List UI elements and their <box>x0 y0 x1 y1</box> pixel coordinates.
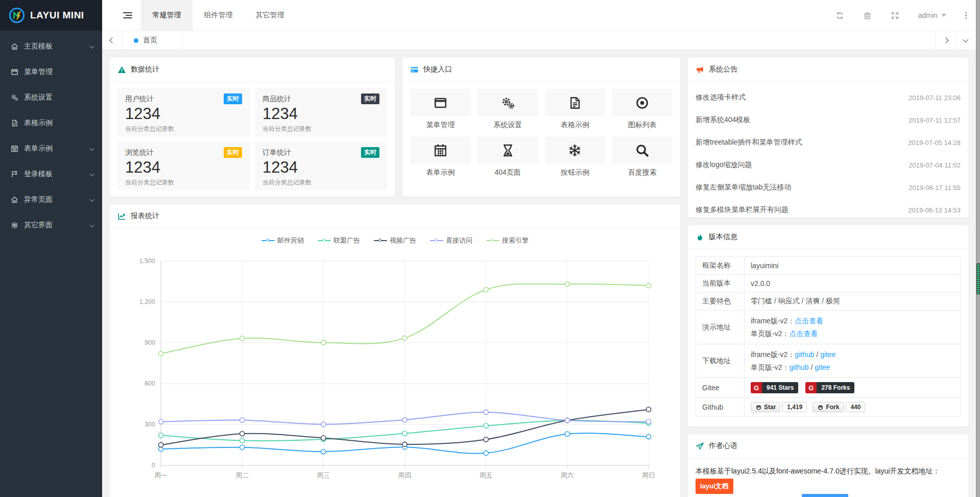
fire-icon <box>696 233 704 242</box>
data-point <box>646 434 651 439</box>
qq-group-badge[interactable]: 加入QQ群 <box>802 494 848 497</box>
link-prefix: iframe版-v2： <box>751 317 795 325</box>
github-star-button[interactable]: Star <box>751 402 780 412</box>
hourglass-icon <box>500 143 515 158</box>
link-prefix: iframe版-v2： <box>751 350 795 359</box>
page-scrollbar[interactable] <box>976 0 980 497</box>
quick-entry-1[interactable]: 系统设置 <box>477 89 538 130</box>
data-point <box>646 419 651 424</box>
logo-icon <box>8 7 26 24</box>
github-icon <box>755 404 762 411</box>
author-message-card: 作者心语 本模板基于layui2.5.4以及font-awesome-4.7.0… <box>688 434 968 497</box>
data-point <box>402 442 407 446</box>
stat-name: 商品统计 <box>262 94 291 104</box>
version-label: 演示地址 <box>696 311 745 344</box>
data-point <box>402 417 407 422</box>
quick-entry-5[interactable]: 404页面 <box>477 136 538 177</box>
announcement-item-2[interactable]: 新增treetable插件和菜单管理样式2019-07-05 14:28 <box>696 131 961 154</box>
stat-name: 浏览统计 <box>125 148 154 157</box>
announcement-item-3[interactable]: 修改logo缩放问题2019-07-04 11:02 <box>696 154 961 176</box>
announcement-item-5[interactable]: 修复多模块菜单栏展开有问题2019-06-13 14:53 <box>696 199 961 218</box>
quick-entry-2[interactable]: 表格示例 <box>545 89 606 130</box>
logo[interactable]: LAYUI MINI <box>0 0 102 31</box>
user-dropdown[interactable]: admin <box>918 11 946 19</box>
sidebar-item-0[interactable]: 主页模板 <box>0 34 102 59</box>
gitee-badge[interactable]: G941 Stars <box>751 382 798 393</box>
github-star-count[interactable]: 1,419 <box>782 402 807 412</box>
stat-box-1[interactable]: 商品统计实时1234当前分类总记录数 <box>255 88 387 136</box>
data-point <box>240 432 245 436</box>
version-row-2: 主要特色零门槛 / 响应式 / 清爽 / 极简 <box>696 293 961 311</box>
svg-text:0: 0 <box>152 462 155 469</box>
stat-box-0[interactable]: 用户统计实时1234当前分类总记录数 <box>117 88 250 136</box>
stat-box-2[interactable]: 浏览统计实时1234当前分类总记录数 <box>117 141 250 190</box>
stat-box-3[interactable]: 订单统计实时1234当前分类总记录数 <box>255 141 387 190</box>
legend-item-0[interactable]: 邮件营销 <box>261 236 304 245</box>
sidebar-item-7[interactable]: 其它界面 <box>0 212 102 238</box>
more-menu-icon[interactable] <box>965 12 967 19</box>
quick-entry-0[interactable]: 菜单管理 <box>410 89 471 130</box>
tab-operations-button[interactable] <box>955 31 976 50</box>
quick-entry-3[interactable]: 图标列表 <box>612 89 673 130</box>
github-fork-count[interactable]: 440 <box>846 402 865 412</box>
quick-entry-7[interactable]: 百度搜索 <box>612 136 673 177</box>
data-point <box>158 433 163 438</box>
link-gitee[interactable]: gitee <box>815 363 830 371</box>
link-gitee[interactable]: gitee <box>820 350 835 359</box>
svg-text:300: 300 <box>145 421 155 428</box>
refresh-icon[interactable] <box>835 11 844 20</box>
sidebar-item-label: 菜单管理 <box>24 67 93 77</box>
chevron-right-icon <box>943 37 948 43</box>
legend-item-3[interactable]: 直接访问 <box>430 236 472 245</box>
quick-entry-6[interactable]: 按钮示例 <box>545 136 606 177</box>
announcement-item-1[interactable]: 新增系统404模板2019-07-11 12:57 <box>696 109 961 131</box>
link-github[interactable]: github <box>789 363 808 371</box>
gitee-badge[interactable]: G278 Forks <box>805 382 854 393</box>
tab-bar: 首页 <box>102 31 976 50</box>
sidebar-item-3[interactable]: 表格示例 <box>0 110 102 136</box>
legend-marker <box>318 238 331 243</box>
legend-item-2[interactable]: 视频广告 <box>374 236 416 245</box>
announcement-date: 2019-06-17 11:55 <box>909 184 961 192</box>
window-icon <box>10 68 19 76</box>
tab-scroll-right-button[interactable] <box>935 31 955 50</box>
sidebar-item-5[interactable]: 登录模板 <box>0 161 102 187</box>
header-nav-tab-2[interactable]: 其它管理 <box>244 0 296 31</box>
announcement-text: 修改logo缩放问题 <box>696 160 752 170</box>
sidebar-toggle-button[interactable] <box>114 0 141 31</box>
legend-item-4[interactable]: 搜索引擎 <box>486 236 529 245</box>
legend-label: 视频广告 <box>390 236 416 245</box>
chevron-down-icon <box>89 222 94 227</box>
chevron-down-icon <box>962 37 968 42</box>
stat-description: 当前分类总记录数 <box>262 178 379 187</box>
link-github[interactable]: github <box>795 350 814 359</box>
home-icon <box>10 196 19 204</box>
warning-icon <box>117 65 126 74</box>
link-点击查看[interactable]: 点击查看 <box>795 317 823 325</box>
announcement-item-4[interactable]: 修复左侧菜单缩放tab无法移动2019-06-17 11:55 <box>696 176 961 199</box>
calendar-icon <box>10 145 19 153</box>
status-badge: 实时 <box>361 93 379 104</box>
sidebar: LAYUI MINI 主页模板菜单管理系统设置表格示例表单示例登录模板异常页面其… <box>0 0 102 497</box>
sidebar-item-2[interactable]: 系统设置 <box>0 85 102 110</box>
quick-entry-4[interactable]: 表单示例 <box>410 136 471 177</box>
sidebar-item-6[interactable]: 异常页面 <box>0 187 102 212</box>
open-tab-0[interactable]: 首页 <box>123 31 183 50</box>
scrollbar-thumb[interactable] <box>976 263 980 295</box>
sidebar-item-4[interactable]: 表单示例 <box>0 136 102 161</box>
header-nav-tab-1[interactable]: 组件管理 <box>193 0 244 31</box>
announcement-item-0[interactable]: 修改选项卡样式2019-07-11 23:06 <box>696 86 961 109</box>
announcement-text: 修改选项卡样式 <box>696 93 746 102</box>
link-点击查看[interactable]: 点击查看 <box>789 329 818 338</box>
header-nav-tab-0[interactable]: 常规管理 <box>141 0 193 31</box>
github-fork-button[interactable]: Fork <box>812 402 844 412</box>
svg-text:周五: 周五 <box>480 471 493 479</box>
announcement-text: 新增treetable插件和菜单管理样式 <box>696 138 802 147</box>
author-text-line1: 本模板基于layui2.5.4以及font-awesome-4.7.0进行实现。… <box>696 467 940 475</box>
clear-cache-icon[interactable] <box>863 11 872 20</box>
layui-doc-badge[interactable]: layui文档 <box>696 479 733 494</box>
sidebar-item-1[interactable]: 菜单管理 <box>0 59 102 85</box>
fullscreen-icon[interactable] <box>891 11 899 20</box>
tab-scroll-left-button[interactable] <box>102 31 123 50</box>
legend-item-1[interactable]: 联盟广告 <box>318 236 360 245</box>
